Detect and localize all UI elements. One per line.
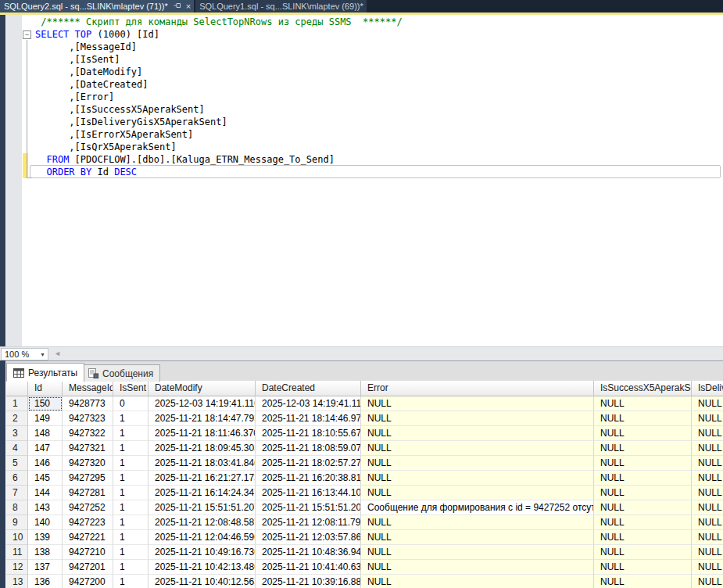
grid-cell[interactable]: 2025-11-21 18:02:57.270 xyxy=(256,456,361,471)
grid-cell[interactable]: NULL xyxy=(361,426,594,441)
row-header[interactable]: 11 xyxy=(6,545,28,560)
grid-cell[interactable]: NULL xyxy=(361,530,594,545)
row-header[interactable]: 3 xyxy=(6,426,28,441)
grid-cell[interactable]: 2025-11-21 18:11:46.370 xyxy=(149,426,256,441)
grid-cell[interactable]: NULL xyxy=(594,560,692,575)
grid-cell[interactable]: NULL xyxy=(692,575,723,588)
grid-cell[interactable]: 140 xyxy=(28,515,63,530)
grid-cell[interactable]: 146 xyxy=(28,456,63,471)
grid-cell[interactable]: NULL xyxy=(361,441,594,456)
grid-cell[interactable]: 2025-11-21 15:51:51.207 xyxy=(256,500,361,515)
grid-cell[interactable]: NULL xyxy=(692,396,723,411)
grid-cell[interactable]: 1 xyxy=(113,486,149,500)
grid-cell[interactable]: 1 xyxy=(113,411,149,426)
grid-cell[interactable]: 2025-11-21 16:21:27.173 xyxy=(149,471,256,486)
column-header-IsSuccessX5AperakSent[interactable]: IsSuccessX5AperakSent xyxy=(594,381,692,396)
grid-cell[interactable]: 2025-11-21 16:13:44.107 xyxy=(256,486,361,500)
chevron-down-icon[interactable]: ▼ xyxy=(38,352,48,357)
grid-cell[interactable]: 148 xyxy=(28,426,63,441)
grid-cell[interactable]: 139 xyxy=(28,530,63,545)
grid-cell[interactable]: 9427252 xyxy=(63,500,113,515)
grid-cell[interactable]: 2025-11-21 12:08:11.790 xyxy=(256,515,361,530)
grid-cell[interactable]: NULL xyxy=(692,560,723,575)
grid-cell[interactable]: NULL xyxy=(361,560,594,575)
grid-cell[interactable]: NULL xyxy=(594,471,692,486)
row-header[interactable]: 13 xyxy=(6,575,28,588)
row-header[interactable]: 12 xyxy=(6,560,28,575)
grid-cell[interactable]: NULL xyxy=(594,515,692,530)
grid-cell[interactable]: 2025-11-21 10:40:12.563 xyxy=(149,575,256,588)
grid-cell[interactable]: 2025-11-21 16:20:38.810 xyxy=(256,471,361,486)
grid-cell[interactable]: NULL xyxy=(594,575,692,588)
grid-cell[interactable]: 9427223 xyxy=(63,515,113,530)
grid-cell[interactable]: 150 xyxy=(28,396,63,411)
grid-cell[interactable]: 2025-11-21 10:49:16.730 xyxy=(149,545,256,560)
grid-cell[interactable]: 2025-11-21 10:41:40.630 xyxy=(256,560,361,575)
row-header[interactable]: 6 xyxy=(6,471,28,486)
grid-cell[interactable]: Сообщение для формирования с id = 942725… xyxy=(361,500,594,515)
grid-cell[interactable]: NULL xyxy=(594,500,692,515)
column-header-Error[interactable]: Error xyxy=(361,381,594,396)
zoom-level-combo[interactable]: 100 % ▼ xyxy=(1,348,48,360)
tab-results[interactable]: Результаты xyxy=(6,363,84,382)
grid-cell[interactable]: 9427321 xyxy=(63,441,113,456)
grid-cell[interactable]: 1 xyxy=(113,471,149,486)
select-all-corner[interactable] xyxy=(6,381,28,396)
grid-cell[interactable]: NULL xyxy=(692,515,723,530)
grid-cell[interactable]: 1 xyxy=(113,426,149,441)
grid-cell[interactable]: NULL xyxy=(692,500,723,515)
grid-cell[interactable]: NULL xyxy=(692,441,723,456)
grid-cell[interactable]: 2025-11-21 18:09:45.303 xyxy=(149,441,256,456)
grid-cell[interactable]: 1 xyxy=(113,560,149,575)
grid-cell[interactable]: 1 xyxy=(113,545,149,560)
grid-cell[interactable]: NULL xyxy=(692,411,723,426)
grid-cell[interactable]: 143 xyxy=(28,500,63,515)
grid-cell[interactable]: 1 xyxy=(113,500,149,515)
column-header-IsSent[interactable]: IsSent xyxy=(113,381,149,396)
sql-code[interactable]: /****** Скрипт для команды SelectTopNRow… xyxy=(35,16,403,178)
grid-cell[interactable]: 138 xyxy=(28,545,63,560)
grid-cell[interactable]: NULL xyxy=(361,515,594,530)
close-icon[interactable]: × xyxy=(186,0,191,13)
grid-cell[interactable]: 2025-11-21 15:51:51.207 xyxy=(149,500,256,515)
grid-cell[interactable]: 2025-11-21 18:10:55.670 xyxy=(256,426,361,441)
pin-icon[interactable] xyxy=(174,0,181,13)
grid-cell[interactable]: 2025-11-21 18:14:47.793 xyxy=(149,411,256,426)
grid-cell[interactable]: 2025-11-21 10:39:16.883 xyxy=(256,575,361,588)
grid-cell[interactable]: NULL xyxy=(361,471,594,486)
grid-cell[interactable]: 9427323 xyxy=(63,411,113,426)
grid-cell[interactable]: NULL xyxy=(692,530,723,545)
grid-cell[interactable]: NULL xyxy=(361,575,594,588)
grid-cell[interactable]: 2025-11-21 16:14:24.347 xyxy=(149,486,256,500)
grid-cell[interactable]: 9427201 xyxy=(63,560,113,575)
grid-cell[interactable]: NULL xyxy=(594,456,692,471)
grid-cell[interactable]: NULL xyxy=(361,456,594,471)
grid-cell[interactable]: 9427322 xyxy=(63,426,113,441)
grid-cell[interactable]: 144 xyxy=(28,486,63,500)
grid-cell[interactable]: 9427320 xyxy=(63,456,113,471)
grid-cell[interactable]: NULL xyxy=(361,396,594,411)
tab-sqlquery2[interactable]: SQLQuery2.sql - sq...SLINK\mlaptev (71))… xyxy=(0,0,194,13)
sql-editor[interactable]: − /****** Скрипт для команды SelectTopNR… xyxy=(0,15,723,346)
row-header[interactable]: 8 xyxy=(6,500,28,515)
grid-cell[interactable]: NULL xyxy=(594,426,692,441)
grid-cell[interactable]: NULL xyxy=(692,486,723,500)
grid-cell[interactable]: 136 xyxy=(28,575,63,588)
row-header[interactable]: 1 xyxy=(6,396,28,411)
grid-cell[interactable]: 1 xyxy=(113,456,149,471)
grid-cell[interactable]: NULL xyxy=(361,486,594,500)
grid-cell[interactable]: 2025-11-21 12:08:48.587 xyxy=(149,515,256,530)
grid-cell[interactable]: 9427221 xyxy=(63,530,113,545)
grid-cell[interactable]: 1 xyxy=(113,575,149,588)
row-header[interactable]: 10 xyxy=(6,530,28,545)
row-header[interactable]: 7 xyxy=(6,486,28,500)
code-fold-collapse-icon[interactable]: − xyxy=(23,30,31,39)
grid-cell[interactable]: 2025-11-21 18:08:59.073 xyxy=(256,441,361,456)
grid-cell[interactable]: NULL xyxy=(594,411,692,426)
grid-cell[interactable]: 2025-11-21 12:03:57.860 xyxy=(256,530,361,545)
grid-cell[interactable]: NULL xyxy=(692,426,723,441)
grid-cell[interactable]: 9427295 xyxy=(63,471,113,486)
grid-cell[interactable]: 2025-11-21 10:48:36.947 xyxy=(256,545,361,560)
grid-cell[interactable]: 9428773 xyxy=(63,396,113,411)
grid-cell[interactable]: 9427210 xyxy=(63,545,113,560)
